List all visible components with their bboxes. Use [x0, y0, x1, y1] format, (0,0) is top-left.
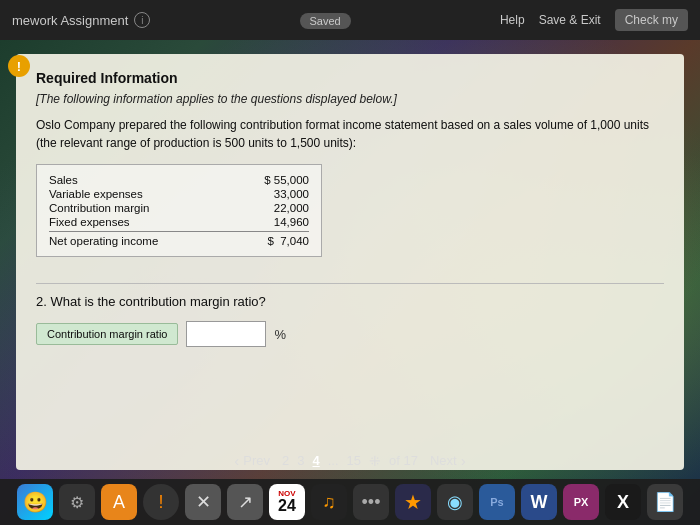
- page-15[interactable]: 15: [347, 453, 361, 468]
- table-row: Fixed expenses 14,960: [49, 215, 309, 229]
- taskbar-system-prefs[interactable]: ⚙: [59, 484, 95, 520]
- of-label: of 17: [389, 453, 418, 468]
- prev-button[interactable]: ‹ Prev: [234, 452, 270, 469]
- page-4-current[interactable]: 4: [313, 453, 320, 468]
- taskbar-word[interactable]: W: [521, 484, 557, 520]
- saved-badge-container: Saved: [300, 11, 351, 29]
- italic-note: [The following information applies to th…: [36, 92, 664, 106]
- taskbar-app-px[interactable]: PX: [563, 484, 599, 520]
- help-link[interactable]: Help: [500, 13, 525, 27]
- divider: [36, 283, 664, 284]
- main-content: Required Information [The following info…: [0, 40, 700, 480]
- percent-sign: %: [274, 327, 286, 342]
- info-icon[interactable]: i: [134, 12, 150, 28]
- input-label: Contribution margin ratio: [36, 323, 178, 345]
- taskbar-files[interactable]: 📄: [647, 484, 683, 520]
- top-bar: mework Assignment i Saved Help Save & Ex…: [0, 0, 700, 40]
- check-my-button[interactable]: Check my: [615, 9, 688, 31]
- save-exit-button[interactable]: Save & Exit: [539, 13, 601, 27]
- contribution-margin-ratio-input[interactable]: [186, 321, 266, 347]
- page-numbers: 2 3 4 ... 15 ⁜ of 17: [282, 453, 418, 469]
- alert-icon: !: [8, 55, 30, 77]
- taskbar-finder[interactable]: 😀: [17, 484, 53, 520]
- next-button[interactable]: Next ›: [430, 452, 466, 469]
- top-bar-right: Help Save & Exit Check my: [500, 9, 688, 31]
- taskbar-star[interactable]: ★: [395, 484, 431, 520]
- taskbar-calendar[interactable]: NOV 24: [269, 484, 305, 520]
- page-ellipsis: ...: [328, 453, 339, 468]
- taskbar-app-x2[interactable]: X: [605, 484, 641, 520]
- taskbar-music[interactable]: ♫: [311, 484, 347, 520]
- table-row: Contribution margin 22,000: [49, 201, 309, 215]
- taskbar: 😀 ⚙ A ! ✕ ↗ NOV 24 ♫ ••• ★ ◉ Ps W PX X 📄: [0, 479, 700, 525]
- taskbar-photoshop[interactable]: Ps: [479, 484, 515, 520]
- question-text: 2. What is the contribution margin ratio…: [36, 294, 664, 309]
- bottom-navigation: ‹ Prev 2 3 4 ... 15 ⁜ of 17 Next ›: [0, 444, 700, 477]
- page-3[interactable]: 3: [297, 453, 304, 468]
- taskbar-more[interactable]: •••: [353, 484, 389, 520]
- grid-icon[interactable]: ⁜: [369, 453, 381, 469]
- taskbar-app-orange[interactable]: A: [101, 484, 137, 520]
- description-text: Oslo Company prepared the following cont…: [36, 116, 664, 152]
- required-info-title: Required Information: [36, 70, 664, 86]
- assignment-title: mework Assignment: [12, 13, 128, 28]
- taskbar-app-x[interactable]: ✕: [185, 484, 221, 520]
- next-chevron-icon: ›: [461, 452, 466, 469]
- top-bar-left: mework Assignment i: [12, 12, 150, 28]
- saved-badge: Saved: [300, 13, 351, 29]
- taskbar-app-warn[interactable]: !: [143, 484, 179, 520]
- page-2[interactable]: 2: [282, 453, 289, 468]
- taskbar-app-arrow[interactable]: ↗: [227, 484, 263, 520]
- prev-chevron-icon: ‹: [234, 452, 239, 469]
- net-income-row: Net operating income $ 7,040: [49, 231, 309, 248]
- table-row: Sales $ 55,000: [49, 173, 309, 187]
- income-statement-table: Sales $ 55,000 Variable expenses 33,000 …: [36, 164, 322, 257]
- content-card: Required Information [The following info…: [16, 54, 684, 470]
- taskbar-app-circle[interactable]: ◉: [437, 484, 473, 520]
- table-row: Variable expenses 33,000: [49, 187, 309, 201]
- input-row: Contribution margin ratio %: [36, 321, 664, 347]
